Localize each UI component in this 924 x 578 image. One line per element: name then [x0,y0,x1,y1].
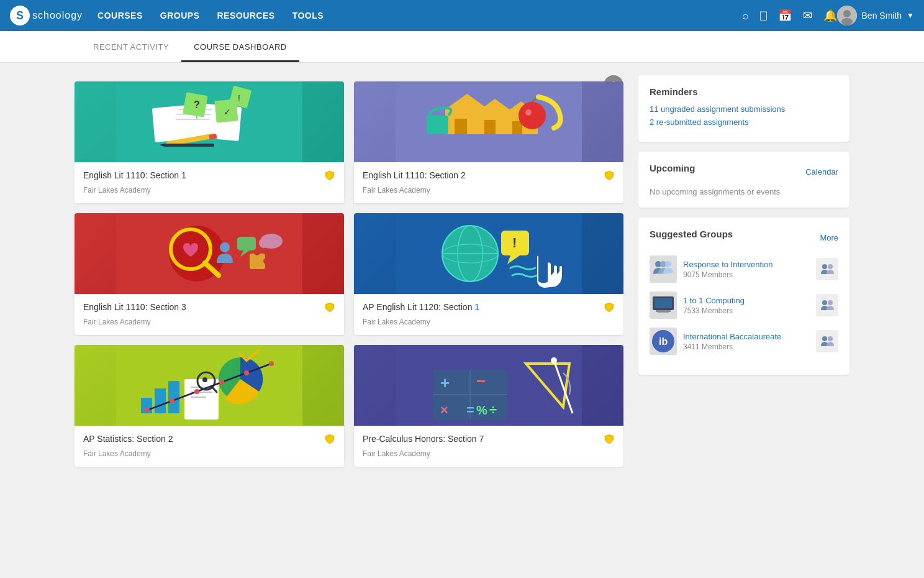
svg-point-38 [220,242,230,252]
group-thumb-ib: ib [650,328,677,355]
group-thumb-rti [650,255,677,283]
svg-point-72 [269,361,274,366]
reminder-resubmitted[interactable]: 2 re-submitted assignments [650,117,838,127]
avatar [837,6,857,25]
course-thumb-3 [75,213,344,294]
svg-point-43 [263,258,270,264]
tab-recent-activity[interactable]: RECENT ACTIVITY [81,31,181,62]
svg-text:ib: ib [659,336,668,347]
svg-point-91 [828,264,833,269]
logo-s: S [16,9,24,22]
logo-text: schoology [32,10,83,21]
group-name-rti[interactable]: Response to Intervention [683,260,810,269]
group-members-computing: 7533 Members [683,306,810,315]
course-title-2: English Lit 1110: Section 2 [363,170,604,180]
search-icon[interactable]: ⌕ [742,9,749,22]
svg-text:×: × [440,402,448,418]
course-info-2: English Lit 1110: Section 2 Fair Lakes A… [354,162,623,203]
group-join-btn-rti[interactable] [816,258,838,280]
svg-text:=: = [466,402,474,418]
more-link[interactable]: More [820,233,838,242]
group-item-computing: 1 to 1 Computing 7533 Members [650,291,838,319]
group-join-btn-ib[interactable] [816,330,838,352]
svg-rect-30 [512,121,522,134]
upcoming-title: Upcoming [650,163,695,173]
group-name-ib[interactable]: International Baccalaureate [683,332,810,341]
svg-point-31 [519,102,546,129]
nav-groups[interactable]: GROUPS [160,11,200,21]
svg-text:!: ! [238,93,240,103]
course-thumb-5 [75,345,344,426]
course-info-3: English Lit 1110: Section 3 Fair Lakes A… [75,294,344,335]
shield-badge-6 [604,433,615,444]
course-thumb-2 [354,81,623,162]
svg-rect-57 [155,388,166,413]
no-upcoming-text: No upcoming assignments or events [650,187,838,196]
navigation: S schoology COURSES GROUPS RESOURCES TOO… [0,0,924,31]
course-info-6: Pre-Calculus Honors: Section 7 Fair Lake… [354,426,623,467]
svg-point-68 [170,398,174,403]
group-info-computing: 1 to 1 Computing 7533 Members [683,296,810,315]
course-title-5: AP Statistics: Section 2 [83,434,324,444]
bell-icon[interactable]: 🔔 [823,9,837,22]
reminders-title: Reminders [650,86,838,97]
svg-point-102 [822,336,827,341]
svg-text:−: − [476,372,486,390]
tab-course-dashboard[interactable]: COURSE DASHBOARD [181,31,299,62]
nav-tools[interactable]: TOOLS [292,11,324,21]
course-card-3: English Lit 1110: Section 3 Fair Lakes A… [75,213,344,335]
shield-badge-1 [324,170,335,181]
nav-links: COURSES GROUPS RESOURCES TOOLS [97,11,741,21]
course-card-5: AP Statistics: Section 2 Fair Lakes Acad… [75,345,344,467]
nav-courses[interactable]: COURSES [97,11,143,21]
course-title-4: AP English Lit 1120: Section 1 [363,302,604,312]
user-menu[interactable]: Ben Smith ▼ [837,6,914,25]
nav-icon-area: ⌕ ⎕ 📅 ✉ 🔔 [742,9,837,22]
group-thumb-computing [650,291,677,319]
svg-rect-58 [168,381,179,413]
svg-rect-39 [237,237,256,250]
reminder-ungraded[interactable]: 11 ungraded assignment submissions [650,104,838,114]
logo[interactable]: S schoology [10,6,83,25]
grid-icon[interactable]: ⎕ [760,9,767,22]
sidebar: Reminders 11 ungraded assignment submiss… [638,75,849,467]
group-info-rti: Response to Intervention 9075 Members [683,260,810,279]
svg-point-97 [822,300,827,305]
group-members-ib: 3411 Members [683,342,810,351]
group-item-ib: ib International Baccalaureate 3411 Memb… [650,328,838,355]
svg-rect-96 [658,312,669,313]
group-members-rti: 9075 Members [683,270,810,279]
logo-circle: S [10,6,30,25]
svg-point-70 [219,380,224,385]
svg-text:!: ! [512,235,517,250]
svg-text:+: + [440,374,450,392]
svg-rect-94 [654,298,672,308]
course-card-6: + − % × ÷ = [354,345,623,467]
group-item-rti: Response to Intervention 9075 Members [650,255,838,283]
course-link-4[interactable]: 1 [474,302,479,312]
course-card-4: ! AP English Lit 1120: Section 1 Fair La… [354,213,623,335]
mail-icon[interactable]: ✉ [803,9,812,22]
user-chevron-icon: ▼ [907,11,914,20]
course-title-3: English Lit 1110: Section 3 [83,302,324,312]
calendar-link[interactable]: Calendar [805,167,838,177]
course-thumb-4: ! [354,213,623,294]
group-join-btn-computing[interactable] [816,294,838,316]
group-name-computing[interactable]: 1 to 1 Computing [683,296,810,305]
course-card-2: English Lit 1110: Section 2 Fair Lakes A… [354,81,623,203]
reminders-card: Reminders 11 ungraded assignment submiss… [638,75,849,142]
svg-point-89 [665,261,671,267]
svg-point-71 [244,370,249,375]
course-title-1: English Lit 1110: Section 1 [83,170,324,180]
course-school-6: Fair Lakes Academy [363,449,615,458]
nav-resources[interactable]: RESOURCES [217,11,274,21]
svg-point-103 [828,336,833,341]
tabs-bar: RECENT ACTIVITY COURSE DASHBOARD [0,31,924,63]
course-thumb-6: + − % × ÷ = [354,345,623,426]
calendar-icon[interactable]: 📅 [778,9,792,22]
svg-point-42 [254,249,260,255]
group-info-ib: International Baccalaureate 3411 Members [683,332,810,351]
course-grid: ? ✓ ! English Lit 11 [75,75,623,467]
svg-point-90 [822,264,827,269]
shield-badge-4 [604,301,615,313]
